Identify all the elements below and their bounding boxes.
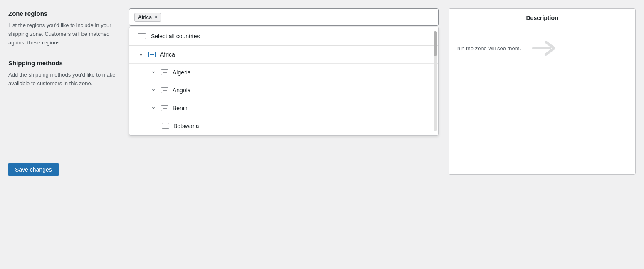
description-panel-body: hin the zone will see them. — [449, 27, 635, 69]
zone-regions-title: Zone regions — [8, 10, 121, 17]
arrow-watermark-icon — [529, 36, 563, 61]
algeria-row[interactable]: Algeria — [129, 64, 438, 81]
botswana-row[interactable]: Botswana — [129, 117, 438, 135]
africa-collapse-icon[interactable] — [138, 51, 144, 58]
africa-indeterminate-checkbox[interactable] — [148, 52, 156, 57]
africa-tag-remove[interactable]: × — [154, 14, 158, 20]
botswana-label: Botswana — [173, 123, 199, 129]
zone-regions-select-wrapper: Africa × Select all countries — [129, 8, 439, 26]
algeria-expand-icon[interactable] — [150, 69, 157, 76]
angola-checkbox[interactable] — [161, 87, 168, 93]
africa-tag[interactable]: Africa × — [134, 13, 161, 22]
sidebar: Zone regions List the regions you'd like… — [0, 0, 129, 269]
algeria-checkbox[interactable] — [161, 69, 168, 75]
select-all-checkbox[interactable] — [138, 33, 146, 39]
scrollbar-track[interactable] — [434, 31, 437, 131]
save-changes-button[interactable]: Save changes — [8, 163, 59, 176]
angola-row[interactable]: Angola — [129, 81, 438, 99]
select-all-row[interactable]: Select all countries — [129, 27, 438, 46]
scrollbar-thumb[interactable] — [434, 31, 437, 56]
benin-expand-icon[interactable] — [150, 105, 157, 111]
botswana-checkbox[interactable] — [162, 123, 169, 129]
zone-regions-select-input[interactable]: Africa × — [129, 8, 439, 26]
description-panel: Description hin the zone will see them. — [449, 8, 636, 175]
shipping-methods-title: Shipping methods — [8, 59, 121, 67]
description-panel-header: Description — [449, 9, 635, 27]
algeria-label: Algeria — [173, 69, 191, 76]
country-dropdown: Select all countries Africa — [129, 27, 439, 136]
select-all-label: Select all countries — [151, 33, 200, 39]
zone-regions-desc: List the regions you'd like to include i… — [8, 21, 121, 47]
africa-group-row[interactable]: Africa — [129, 46, 438, 64]
dropdown-inner: Select all countries Africa — [129, 27, 438, 135]
angola-label: Angola — [173, 87, 191, 94]
benin-checkbox[interactable] — [161, 105, 168, 111]
benin-row[interactable]: Benin — [129, 99, 438, 117]
africa-group-label: Africa — [160, 51, 175, 58]
tag-label: Africa — [138, 14, 152, 20]
angola-expand-icon[interactable] — [150, 87, 157, 94]
main-content: Africa × Select all countries — [129, 0, 644, 269]
shipping-methods-desc: Add the shipping methods you'd like to m… — [8, 71, 121, 88]
benin-label: Benin — [173, 105, 188, 111]
description-text: hin the zone will see them. — [457, 45, 521, 52]
